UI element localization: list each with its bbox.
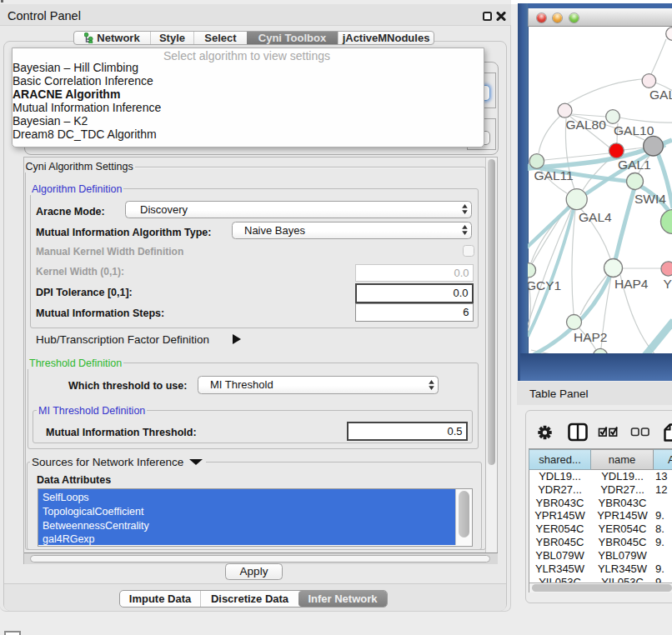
svg-text:GAL4: GAL4 [579,210,612,224]
svg-text:GCY1: GCY1 [528,278,561,292]
svg-text:HAP4: HAP4 [614,277,649,291]
svg-text:SWI4: SWI4 [634,192,666,206]
svg-text:HAP2: HAP2 [574,330,608,344]
svg-text:YM: YM [664,277,672,291]
svg-text:GAL11: GAL11 [534,168,574,182]
svg-text:GAL10: GAL10 [614,123,654,138]
svg-text:GAL80: GAL80 [566,118,607,132]
svg-text:GAL7: GAL7 [649,88,672,102]
svg-text:GAL1: GAL1 [618,158,651,172]
